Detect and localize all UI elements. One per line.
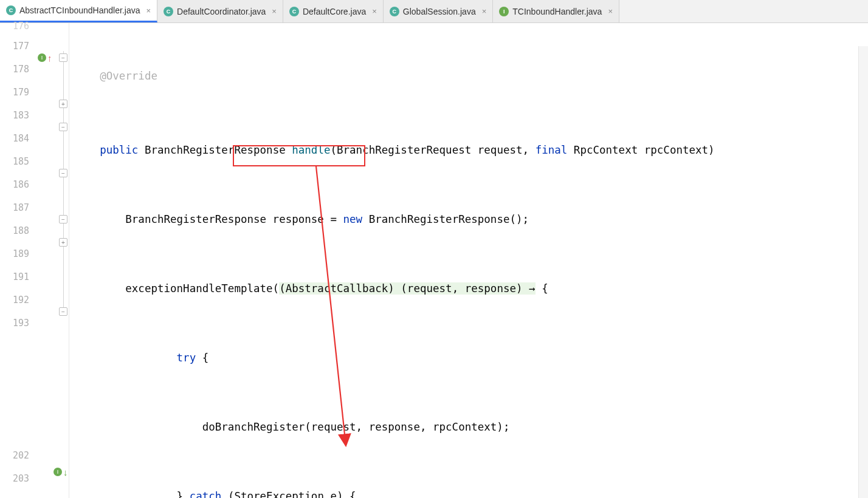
tab-label: AbstractTCInboundHandler.java — [19, 5, 140, 15]
code-line: public BranchRegisterResponse handle(Bra… — [69, 138, 868, 162]
code-line: } catch (StoreException e) { — [69, 485, 868, 498]
class-icon: C — [390, 7, 399, 16]
tab-default-coordinator[interactable]: C DefaultCoordinator.java × — [157, 0, 283, 22]
fold-toggle[interactable]: − — [59, 123, 67, 131]
marker-gutter: I↑ − + − − − + − I↓ — [35, 23, 69, 498]
tab-label: GlobalSession.java — [403, 7, 476, 16]
fold-toggle[interactable]: − — [59, 169, 67, 177]
class-icon: C — [6, 5, 16, 15]
tab-label: TCInboundHandler.java — [512, 7, 602, 16]
interface-icon: I — [499, 7, 509, 16]
code-line: BranchRegisterResponse response = new Br… — [69, 208, 868, 231]
fold-toggle[interactable]: − — [59, 215, 67, 223]
tab-tc-inbound-handler[interactable]: I TCInboundHandler.java × — [493, 0, 619, 22]
editor-area: 1761771781791831841851861871881891911921… — [0, 23, 868, 498]
fold-toggle[interactable]: + — [59, 238, 67, 247]
arrow-up-icon: ↑ — [47, 53, 52, 63]
close-icon[interactable]: × — [272, 7, 277, 16]
fold-toggle[interactable]: − — [59, 53, 67, 62]
tab-abstract-tc-inbound[interactable]: C AbstractTCInboundHandler.java × — [0, 0, 157, 22]
class-icon: C — [164, 7, 173, 16]
tab-bar: C AbstractTCInboundHandler.java × C Defa… — [0, 0, 868, 23]
close-icon[interactable]: × — [608, 7, 613, 16]
implements-icon: I — [38, 53, 46, 62]
line-number-gutter: 1761771781791831841851861871881891911921… — [0, 23, 35, 498]
code-line: @Override — [69, 64, 868, 87]
fold-toggle[interactable]: − — [59, 307, 67, 316]
arrow-down-icon: ↓ — [63, 467, 68, 477]
fold-toggle[interactable]: + — [59, 100, 67, 108]
tab-label: DefaultCore.java — [303, 7, 366, 16]
close-icon[interactable]: × — [146, 6, 151, 15]
tab-label: DefaultCoordinator.java — [177, 7, 266, 16]
fold-guide — [63, 51, 64, 311]
tab-global-session[interactable]: C GlobalSession.java × — [384, 0, 493, 22]
close-icon[interactable]: × — [482, 7, 487, 16]
code-line: doBranchRegister(request, response, rpcC… — [69, 415, 868, 438]
code-line: try { — [69, 346, 868, 369]
close-icon[interactable]: × — [372, 7, 377, 16]
implements-icon: I — [53, 468, 62, 476]
code-line: exceptionHandleTemplate((AbstractCallbac… — [69, 277, 868, 300]
tab-default-core[interactable]: C DefaultCore.java × — [283, 0, 384, 22]
code-editor[interactable]: @Override public BranchRegisterResponse … — [69, 23, 868, 498]
class-icon: C — [289, 7, 299, 16]
scrollbar[interactable] — [858, 46, 868, 498]
